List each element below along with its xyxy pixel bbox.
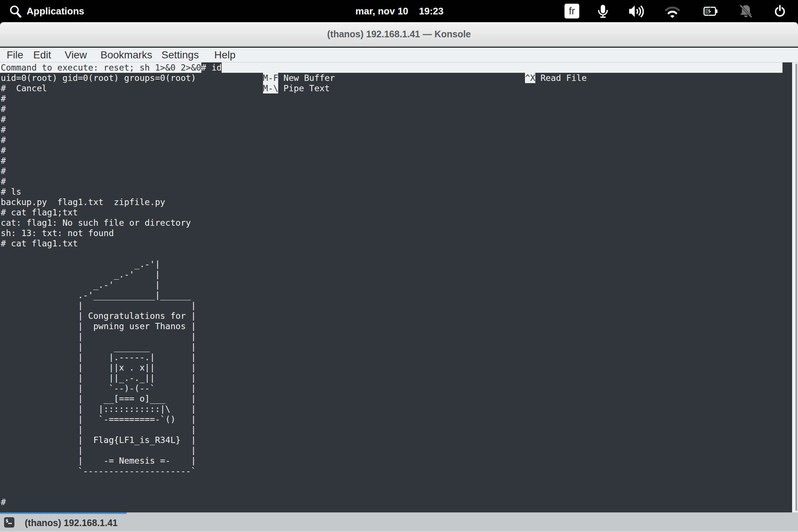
terminal-line: _.-'| xyxy=(1,259,792,269)
terminal-line: | | xyxy=(1,445,792,456)
terminal-line: | | xyxy=(1,424,792,435)
terminal-line: _.-' | xyxy=(1,280,792,290)
terminal-line: | | xyxy=(1,300,792,311)
terminal-line: | | xyxy=(1,331,792,342)
applications-label[interactable]: Applications xyxy=(27,0,84,22)
terminal-line: | ||x . x|| | xyxy=(1,362,792,373)
panel-date: mar, nov 10 xyxy=(355,0,408,22)
terminal-line: | pwning user Thanos | xyxy=(1,321,792,331)
terminal-line: # Cancel M-\ Pipe Text xyxy=(1,83,792,93)
menubar: FileEditViewBookmarksSettingsHelp xyxy=(0,48,798,62)
menu-edit[interactable]: Edit xyxy=(33,48,51,62)
window-titlebar[interactable]: (thanos) 192.168.1.41 — Konsole xyxy=(0,22,798,47)
keyboard-layout-indicator[interactable]: fr xyxy=(565,4,579,18)
terminal-scrollbar[interactable] xyxy=(792,62,798,512)
menu-settings[interactable]: Settings xyxy=(161,48,199,62)
terminal-line: # xyxy=(1,145,792,156)
terminal-line: # xyxy=(1,125,792,135)
top-panel: Applications mar, nov 10 19:23 fr xyxy=(0,0,798,22)
terminal-line: Command to execute: reset; sh 1>&0 2>&0#… xyxy=(0,62,782,73)
terminal-line: | `--)-(--` | xyxy=(1,383,792,393)
terminal-line: | |:::::::::::|\ | xyxy=(1,404,792,414)
terminal-line: | _______ | xyxy=(1,342,792,352)
terminal-line: `---------------------` xyxy=(1,466,792,476)
terminal-line xyxy=(1,249,792,259)
notifications-muted-icon[interactable] xyxy=(739,4,753,19)
wifi-icon[interactable] xyxy=(664,5,681,18)
terminal-line: # xyxy=(1,114,792,125)
konsole-window: (thanos) 192.168.1.41 — Konsole FileEdit… xyxy=(0,22,798,532)
terminal-line xyxy=(1,476,792,487)
terminal-area[interactable]: Command to execute: reset; sh 1>&0 2>&0#… xyxy=(0,62,798,512)
terminal-line: # xyxy=(1,497,792,507)
terminal-line: | `-=========-`() | xyxy=(1,414,792,424)
terminal-screen[interactable]: Command to execute: reset; sh 1>&0 2>&0#… xyxy=(0,62,792,512)
menu-bookmarks[interactable]: Bookmarks xyxy=(100,48,152,62)
terminal-line: | ||_.-._|| | xyxy=(1,373,792,383)
battery-charging-icon[interactable] xyxy=(703,7,718,16)
power-icon[interactable] xyxy=(774,5,785,17)
terminal-line: sh: 13: txt: not found xyxy=(1,228,792,238)
terminal-line: cat: flag1: No such file or directory xyxy=(1,218,792,228)
terminal-line: # xyxy=(1,93,792,104)
menu-file[interactable]: File xyxy=(7,48,23,62)
window-title: (thanos) 192.168.1.41 — Konsole xyxy=(0,22,798,46)
terminal-line: | |.-----.| | xyxy=(1,352,792,362)
terminal-line: _.-' | xyxy=(1,269,792,280)
terminal-line: | -= Nemesis =- | xyxy=(1,456,792,466)
terminal-line: | Congratulations for | xyxy=(1,311,792,321)
volume-icon[interactable] xyxy=(628,4,645,18)
search-icon xyxy=(10,5,22,18)
microphone-icon[interactable] xyxy=(596,4,610,18)
terminal-line: # xyxy=(1,135,792,145)
terminal-line: # xyxy=(1,104,792,114)
terminal-line: # cat flag1.txt xyxy=(1,238,792,249)
svg-text:$: $ xyxy=(6,518,8,524)
terminal-line: # ls xyxy=(1,187,792,197)
terminal-line: # cat flag1;txt xyxy=(1,207,792,218)
terminal-line: # xyxy=(1,176,792,187)
scrollbar-slider[interactable] xyxy=(795,64,797,511)
terminal-line xyxy=(1,487,792,497)
menu-help[interactable]: Help xyxy=(214,48,236,62)
terminal-line: | __[=== o]___ | xyxy=(1,393,792,404)
terminal-tab-icon: $ xyxy=(4,517,14,528)
tabbar: $ (thanos) 192.168.1.41 xyxy=(0,512,798,532)
keyboard-layout-label: fr xyxy=(569,6,575,17)
terminal-line: .-'____________|______ xyxy=(1,290,792,300)
tab-label: (thanos) 192.168.1.41 xyxy=(25,514,118,532)
panel-clock: 19:23 xyxy=(419,0,444,22)
menu-view[interactable]: View xyxy=(65,48,87,62)
terminal-line: uid=0(root) gid=0(root) groups=0(root) M… xyxy=(1,73,792,83)
terminal-line: | Flag{LF1_is_R34L} | xyxy=(1,435,792,445)
terminal-line: backup.py flag1.txt zipfile.py xyxy=(1,197,792,207)
terminal-line: # xyxy=(1,166,792,176)
terminal-line: # xyxy=(1,156,792,166)
